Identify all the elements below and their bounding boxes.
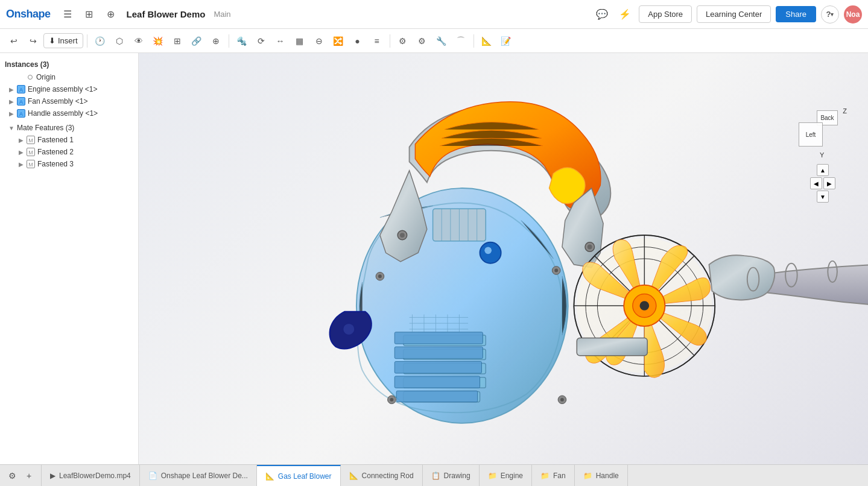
svg-point-25 (343, 323, 355, 335)
tangent-button[interactable]: ⌒ (452, 32, 470, 50)
learning-center-button[interactable]: Learning Center (697, 5, 771, 23)
share-button[interactable]: Share (776, 6, 816, 22)
help-button[interactable]: ? ▾ (821, 5, 839, 24)
section-button[interactable]: ⊞ (168, 32, 186, 50)
onshape-logo[interactable]: Onshape (6, 8, 51, 21)
mate-features-item[interactable]: ▼ Mate Features (3) (0, 122, 138, 134)
viewport[interactable]: Z Back Left Y ▲ ◀ ▶ ▼ (139, 53, 868, 464)
nav-right: 💬 ⚡ App Store Learning Center Share ? ▾ … (593, 5, 862, 24)
top-nav: Onshape ☰ ⊞ ⊕ Leaf Blower Demo Main 💬 ⚡ … (0, 0, 868, 29)
tab-icon-handle: 📁 (583, 472, 592, 480)
assembly-icon: A (17, 85, 25, 93)
mate-button[interactable]: 🔗 (188, 32, 206, 50)
expand-arrow-f3: ▶ (17, 160, 25, 168)
rack-pinion-button[interactable]: ⚙ (413, 32, 431, 50)
expand-arrow-icon-handle: ▶ (7, 109, 16, 118)
svg-rect-10 (396, 391, 477, 402)
tab-label-gasleafblower: Gas Leaf Blower (278, 472, 332, 481)
tab-icon-assembly: 📐 (265, 472, 274, 481)
tab-icon-doc: 📄 (148, 472, 157, 480)
history-button[interactable]: 🕐 (91, 32, 109, 50)
fan-assembly-item[interactable]: ▶ A Fan Assembly <1> (0, 95, 138, 107)
undo-button[interactable]: ↩ (5, 32, 23, 50)
svg-rect-41 (577, 338, 647, 356)
tab-left-icons: ⚙ + (0, 465, 42, 486)
toolbar-separator-1 (87, 34, 87, 48)
cube-left-button[interactable]: ◀ (810, 177, 822, 189)
mate-features-label: Mate Features (3) (17, 124, 74, 132)
expand-arrow-f2: ▶ (17, 148, 25, 156)
cube-nav: Z Back Left Y (796, 107, 850, 162)
tab-add-button[interactable]: + (22, 469, 36, 483)
cube-up-button[interactable]: ▲ (817, 164, 829, 176)
svg-rect-6 (394, 332, 483, 344)
revolute-button[interactable]: ⟳ (252, 32, 270, 50)
pin-slot-button[interactable]: 🔀 (329, 32, 347, 50)
tab-icon-drawing: 📋 (431, 472, 440, 480)
insert-button[interactable]: ⬇ Insert (43, 33, 83, 48)
cube-left-face[interactable]: Left (799, 122, 823, 147)
origin-label: Origin (36, 73, 55, 81)
assemble-button[interactable]: ⬡ (110, 32, 128, 50)
screw-button[interactable]: 🔧 (432, 32, 451, 50)
fastened2-label: Fastened 2 (37, 148, 74, 156)
slider-button[interactable]: ↔ (271, 32, 290, 50)
ball-button[interactable]: ● (349, 32, 367, 50)
config-icon[interactable]: ⊕ (103, 6, 119, 23)
view-button[interactable]: 👁 (130, 32, 148, 50)
tab-label-leafblowerdemo: LeafBlowerDemo.mp4 (59, 472, 131, 480)
cube-down-button[interactable]: ▼ (817, 191, 829, 203)
cube-right-button[interactable]: ▶ (823, 177, 835, 189)
tab-icon-engine: 📁 (488, 472, 497, 480)
toolbar-separator-2 (229, 34, 229, 48)
handle-assembly-item[interactable]: ▶ A Handle assembly <1> (0, 107, 138, 119)
expand-arrow-icon: ▶ (7, 85, 16, 93)
engine-assembly-item[interactable]: ▶ A Engine assembly <1> (0, 83, 138, 95)
engine-assembly-label: Engine assembly <1> (28, 85, 97, 93)
origin-dot-icon (28, 75, 33, 80)
fastened-button[interactable]: 🔩 (233, 32, 251, 50)
tab-drawing[interactable]: 📋 Drawing (423, 465, 480, 486)
collab-icon[interactable]: ⚡ (616, 5, 634, 24)
fastened3-item[interactable]: ▶ M Fastened 3 (0, 158, 138, 170)
tab-fan[interactable]: 📁 Fan (532, 465, 575, 486)
fastened2-item[interactable]: ▶ M Fastened 2 (0, 146, 138, 158)
gear-mate-button[interactable]: ⚙ (394, 32, 412, 50)
pattern-button[interactable]: ⊕ (207, 32, 225, 50)
tab-gasleafblower[interactable]: 📐 Gas Leaf Blower (257, 465, 341, 486)
measure-button[interactable]: 📐 (478, 32, 496, 50)
fastened1-item[interactable]: ▶ M Fastened 1 (0, 134, 138, 146)
menu-icon[interactable]: ☰ (59, 6, 76, 23)
filter-icon[interactable]: ⊞ (81, 6, 98, 23)
expand-icon (17, 73, 25, 81)
toolbar-separator-4 (474, 34, 474, 48)
planar-button[interactable]: ▦ (291, 32, 309, 50)
svg-point-22 (588, 245, 592, 250)
parallel-button[interactable]: ≡ (368, 32, 386, 50)
tab-connectingrod[interactable]: 📐 Connecting Rod (341, 465, 423, 486)
tab-leafblowerdemo[interactable]: ▶ LeafBlowerDemo.mp4 (42, 465, 140, 486)
expand-arrow-icon-fan: ▶ (7, 97, 16, 106)
origin-item[interactable]: Origin (0, 71, 138, 83)
doc-title: Leaf Blower Demo (127, 9, 206, 19)
explode-button[interactable]: 💥 (149, 32, 167, 50)
tab-settings-icon[interactable]: ⚙ (5, 469, 19, 483)
main-content: Instances (3) Origin ▶ A Engine assembly… (0, 53, 868, 464)
tab-onshapeleafblower[interactable]: 📄 Onshape Leaf Blower De... (140, 465, 257, 486)
cylindrical-button[interactable]: ⊖ (310, 32, 328, 50)
redo-button[interactable]: ↪ (24, 32, 42, 50)
note-button[interactable]: 📝 (497, 32, 515, 50)
expand-arrow-f1: ▶ (17, 136, 25, 144)
tab-engine[interactable]: 📁 Engine (480, 465, 532, 486)
orientation-cube: Z Back Left Y ▲ ◀ ▶ ▼ (796, 107, 850, 174)
expand-arrow-icon-mate: ▼ (7, 124, 16, 132)
tab-handle[interactable]: 📁 Handle (575, 465, 628, 486)
fan-assembly-icon: A (17, 97, 25, 106)
svg-point-49 (378, 274, 382, 278)
chat-icon[interactable]: 💬 (593, 5, 611, 24)
tab-label-drawing: Drawing (444, 472, 470, 480)
app-store-button[interactable]: App Store (639, 5, 692, 23)
avatar[interactable]: Noa (844, 5, 862, 24)
svg-point-20 (400, 233, 405, 238)
tab-label-engine: Engine (501, 472, 523, 480)
